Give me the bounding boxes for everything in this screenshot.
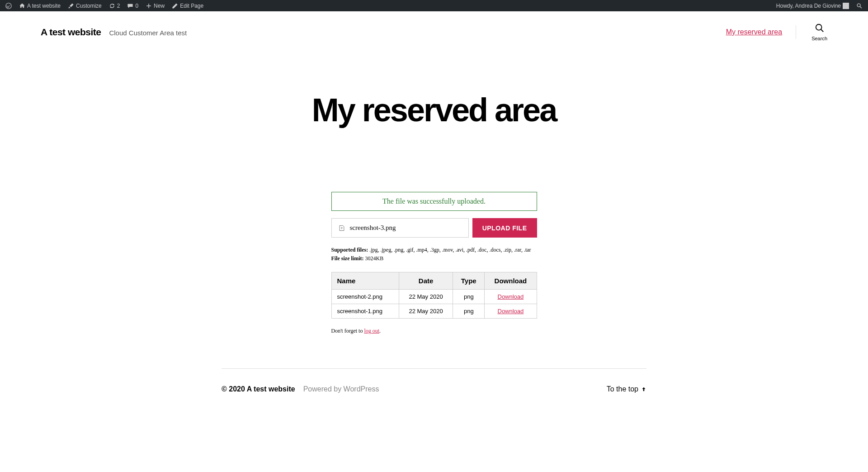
th-name: Name (331, 272, 399, 290)
admin-bar-left: A test website Customize 2 0 New (3, 3, 206, 9)
to-top-label: To the top (607, 385, 638, 393)
search-label: Search (811, 36, 827, 41)
avatar (843, 3, 849, 9)
admin-updates[interactable]: 2 (106, 3, 123, 9)
selected-filename: screenshot-3.png (350, 224, 396, 232)
table-row: screenshot-1.png 22 May 2020 png Downloa… (331, 304, 537, 319)
refresh-icon (109, 3, 115, 9)
admin-user-menu[interactable]: Howdy, Andrea De Giovine (774, 3, 852, 9)
admin-new[interactable]: New (143, 3, 167, 9)
file-upload-icon (338, 224, 345, 232)
user-greeting: Howdy, Andrea De Giovine (776, 3, 841, 9)
admin-search[interactable] (854, 3, 865, 9)
download-link[interactable]: Download (498, 308, 524, 315)
site-identity: A test website Cloud Customer Area test (41, 27, 187, 38)
logout-link[interactable]: log out (364, 328, 379, 334)
comment-icon (127, 3, 133, 9)
svg-point-1 (857, 4, 860, 7)
pencil-icon (172, 3, 178, 9)
cell-name: screenshot-2.png (331, 290, 399, 304)
comments-count: 0 (135, 3, 138, 9)
download-link[interactable]: Download (498, 293, 524, 300)
file-input[interactable]: screenshot-3.png (331, 218, 469, 238)
updates-count: 2 (117, 3, 120, 9)
new-label: New (154, 3, 165, 9)
home-icon (19, 3, 25, 9)
search-button[interactable]: Search (811, 23, 827, 41)
cell-type: png (453, 304, 485, 319)
nav-reserved-area[interactable]: My reserved area (726, 28, 783, 36)
page-title: My reserved area (0, 91, 868, 129)
search-icon (815, 23, 825, 33)
to-top-link[interactable]: To the top (607, 385, 646, 393)
footer-left: © 2020 A test website Powered by WordPre… (222, 385, 379, 393)
cell-date: 22 May 2020 (399, 290, 453, 304)
table-row: screenshot-2.png 22 May 2020 png Downloa… (331, 290, 537, 304)
file-size-info: File size limit: 3024KB (331, 255, 537, 262)
wordpress-icon (5, 3, 12, 9)
site-title[interactable]: A test website (41, 27, 101, 38)
logout-prompt: Don't forget to log out. (331, 328, 537, 334)
supported-label: Supported files: (331, 247, 368, 253)
wp-logo[interactable] (3, 3, 14, 9)
admin-edit-page[interactable]: Edit Page (169, 3, 206, 9)
logout-suffix: . (379, 328, 381, 334)
copyright: © 2020 A test website (222, 385, 295, 393)
search-icon (856, 3, 863, 9)
success-message: The file was successfully uploaded. (331, 192, 537, 211)
supported-value: .jpg, .jpeg, .png, .gif, .mp4, .3gp, .mo… (369, 247, 531, 253)
divider (796, 25, 796, 39)
th-type: Type (453, 272, 485, 290)
powered-by[interactable]: Powered by WordPress (303, 385, 379, 393)
customize-label: Customize (76, 3, 102, 9)
admin-customize[interactable]: Customize (65, 3, 104, 9)
admin-site-link[interactable]: A test website (16, 3, 63, 9)
site-footer: © 2020 A test website Powered by WordPre… (222, 369, 646, 410)
edit-page-label: Edit Page (180, 3, 203, 9)
upload-button[interactable]: UPLOAD FILE (472, 218, 537, 238)
size-limit-value: 3024KB (365, 255, 383, 262)
th-download: Download (485, 272, 537, 290)
svg-point-2 (816, 24, 821, 30)
cell-name: screenshot-1.png (331, 304, 399, 319)
cell-type: png (453, 290, 485, 304)
wp-admin-bar: A test website Customize 2 0 New (0, 0, 868, 11)
main-content: The file was successfully uploaded. scre… (331, 192, 537, 334)
site-tagline: Cloud Customer Area test (109, 29, 187, 37)
admin-comments[interactable]: 0 (124, 3, 141, 9)
cell-date: 22 May 2020 (399, 304, 453, 319)
logout-prefix: Don't forget to (331, 328, 364, 334)
upload-form: screenshot-3.png UPLOAD FILE (331, 218, 537, 238)
files-table: Name Date Type Download screenshot-2.png… (331, 272, 537, 319)
size-limit-label: File size limit: (331, 255, 364, 262)
site-header: A test website Cloud Customer Area test … (0, 11, 868, 53)
header-nav: My reserved area Search (726, 23, 827, 41)
admin-site-name: A test website (27, 3, 61, 9)
admin-bar-right: Howdy, Andrea De Giovine (774, 3, 865, 9)
th-date: Date (399, 272, 453, 290)
arrow-up-icon (641, 386, 646, 392)
brush-icon (68, 3, 74, 9)
supported-files-info: Supported files: .jpg, .jpeg, .png, .gif… (331, 247, 537, 253)
table-header-row: Name Date Type Download (331, 272, 537, 290)
plus-icon (146, 3, 152, 9)
